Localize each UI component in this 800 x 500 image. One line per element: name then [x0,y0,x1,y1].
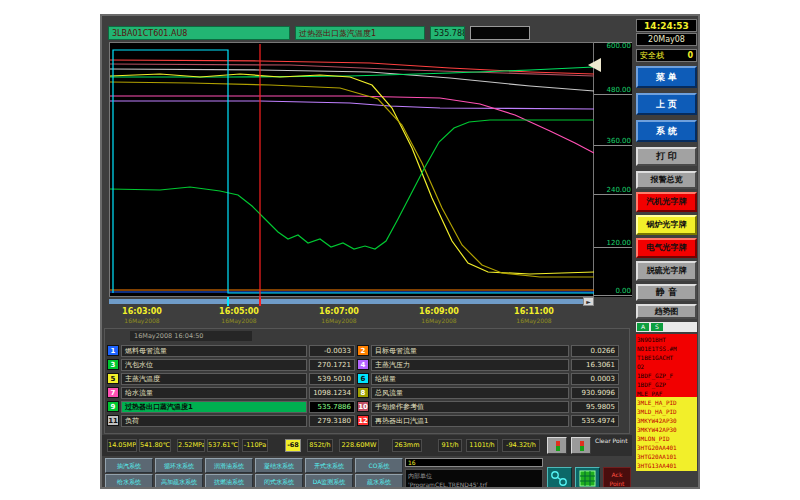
system-button[interactable]: 抽汽系统 [105,458,153,473]
alarm-tag[interactable]: 3HTG13AA401 [637,461,696,470]
trend-number-chip: 1 [107,345,119,356]
system-button[interactable]: 循环水系统 [155,458,203,473]
trend-row-value: 0.0266 [571,345,619,357]
prev-page-button[interactable]: 上 页 [636,93,697,115]
x-tick-date: 16May2008 [107,317,177,324]
point-toggle-button-1[interactable] [547,437,567,454]
alarm-list-active[interactable]: 3N9O1BHTNO1E1TSS.#MT1BE1GACHTO21BDF_GZP_… [636,334,697,397]
alarm-tag[interactable]: 3MLD_HA_PID [637,407,696,416]
date-display: 20May08 [636,33,697,46]
x-tick-time: 16:07:00 [304,307,374,316]
trend-row-label[interactable]: 主蒸汽压力 [371,359,569,371]
y-tick-line [594,295,632,296]
trend-row-label[interactable]: 目标母管流量 [371,345,569,357]
trend-row-value: 539.5010 [309,373,355,385]
system-button[interactable]: 给水系统 [105,474,153,489]
point-toggle-button-2[interactable] [571,437,591,454]
trend-number-chip: 8 [357,387,369,398]
alarm-tag[interactable]: 3N9O1BHT [637,335,696,344]
menu-button[interactable]: 菜 单 [636,66,697,88]
ack-chip[interactable]: A [637,323,649,331]
ack-point-button[interactable]: Ack Point [603,467,631,489]
ack-chip[interactable]: S [651,323,663,331]
trend-tag-field[interactable]: 3LBA01CT601.AU8 [108,26,290,40]
link-button[interactable] [547,467,572,489]
trend-row-label[interactable]: 手动操作参考值 [371,401,569,413]
alarm-tag[interactable]: MLE_PAF [637,389,696,397]
alarm-tag[interactable]: 3MKYW42AP30 [637,416,696,425]
dcs-trend-window: 3LBA01CT601.AU8 过热器出口蒸汽温度1 535.7886 600.… [100,14,700,489]
alarm-tag[interactable]: 1BDF_GZP [637,380,696,389]
trend-number-chip: 2 [357,345,369,356]
cursor-timestamp: 16May2008 16:04:50 [130,331,252,341]
fgd-annunciator-button[interactable]: 脱硫光字牌 [636,261,697,281]
trend-line-负荷 [110,69,594,91]
trend-row-label[interactable]: 汽包水位 [121,359,307,371]
system-button[interactable]: 凝结水系统 [255,458,303,473]
turbine-annunciator-button[interactable]: 汽机光字牌 [636,192,697,212]
system-button[interactable]: DA监测系统 [305,474,353,489]
scroll-arrow-button[interactable]: ► [583,297,594,306]
alarm-overview-button[interactable]: 报警总览 [636,171,697,189]
trend-number-chip: 5 [107,373,119,384]
mute-button[interactable]: 静 音 [636,284,697,301]
x-tick-time: 16:05:00 [204,307,274,316]
system-button[interactable]: 润滑油系统 [205,458,253,473]
system-button[interactable]: 闭式水系统 [255,474,303,489]
x-tick-date: 16May2008 [204,317,274,324]
message-line1: 内部单位 [408,471,540,480]
status-value: 2.52MPa [177,439,205,452]
trend-button[interactable]: 趋势图 [636,304,697,319]
trend-row-label[interactable]: 再热器出口汽温1 [371,415,569,427]
alarm-tag[interactable]: 3MKYW42AP30 [637,425,696,434]
clock-display: 14:24:53 [636,19,697,32]
status-value: -94.32t/h [502,439,540,452]
x-tick-time: 16:09:00 [404,307,474,316]
trend-row-label[interactable]: 负荷 [121,415,307,427]
system-button[interactable]: 疏水系统 [355,474,403,489]
trend-row-label[interactable]: 过热器出口蒸汽温度1 [121,401,307,413]
grid-icon [576,468,599,489]
trend-line-给煤量 [113,50,594,293]
y-tick-label: 360.00 [607,137,632,145]
trend-selector-box[interactable] [470,26,530,40]
value-marker-icon[interactable] [588,58,601,72]
trend-row-label[interactable]: 给水流量 [121,387,307,399]
alarm-tag[interactable]: 3MLON_PID [637,434,696,443]
print-button[interactable]: 打 印 [636,147,697,166]
boiler-annunciator-button[interactable]: 锅炉光字牌 [636,215,697,235]
table-view-button[interactable] [575,467,600,489]
alarm-ack-bar[interactable]: AS [636,322,697,332]
trend-row-label[interactable]: 主蒸汽温度 [121,373,307,385]
trend-current-value: 535.7886 [430,26,465,40]
system-button[interactable]: 高加疏水系统 [155,474,203,489]
system-button[interactable]: 抗燃油系统 [205,474,253,489]
trend-name-field[interactable]: 过热器出口蒸汽温度1 [295,26,425,40]
trend-row-value: -0.0033 [309,345,355,357]
alarm-list-acknowledged[interactable]: 3MLE_HA_PID3MLD_HA_PID3MKYW42AP303MKYW42… [636,397,697,471]
trend-row-label[interactable]: 燃料母管流量 [121,345,307,357]
traffic-light-icon [580,441,584,451]
alarm-tag[interactable]: 3MLE_HA_PID [637,398,696,407]
system-button[interactable]: 开式水系统 [305,458,353,473]
alarm-tag[interactable]: O2 [637,362,696,371]
system-button[interactable]: 系 统 [636,120,697,142]
alarm-tag[interactable]: NO1E1TSS.#M [637,344,696,353]
alarm-tag[interactable]: 1BDF_GZP_F [637,371,696,380]
safety-stack-label: 安全栈 [640,51,664,60]
trend-number-chip: 7 [107,387,119,398]
time-axis-scrollbar[interactable] [109,299,583,304]
trend-chart[interactable] [109,42,594,297]
system-button[interactable]: CO系统 [355,458,403,473]
trend-row-label[interactable]: 总风流量 [371,387,569,399]
alarm-tag[interactable]: T1BE1GACHT [637,353,696,362]
entry-input[interactable]: 16 [405,458,543,467]
chain-icon [548,468,571,489]
clear-point-button[interactable]: Clear Point [595,437,631,454]
electrical-annunciator-button[interactable]: 电气光字牌 [636,238,697,258]
status-value: 852t/h [307,439,333,452]
trend-number-chip: 9 [107,401,119,412]
alarm-tag[interactable]: 3HTG20AA101 [637,452,696,461]
alarm-tag[interactable]: 3HTG20AA401 [637,443,696,452]
trend-row-label[interactable]: 给煤量 [371,373,569,385]
